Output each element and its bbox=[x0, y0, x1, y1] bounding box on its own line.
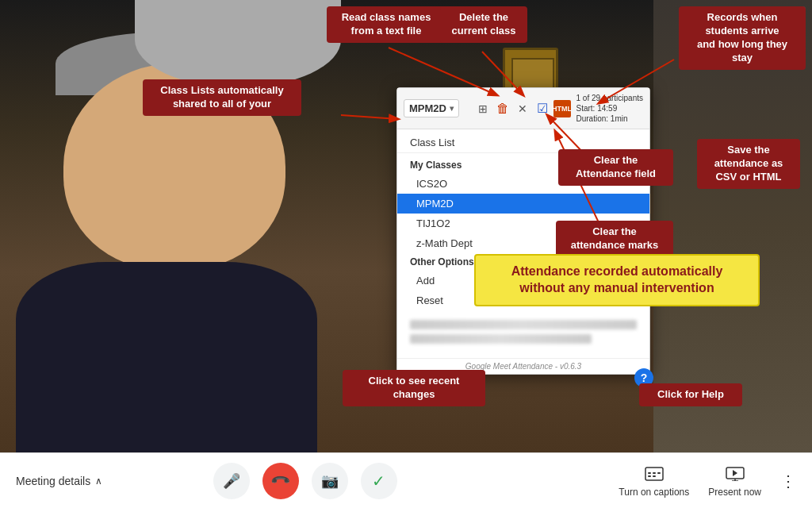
checkmark-icon: ✓ bbox=[372, 471, 385, 491]
present-label: Present now bbox=[708, 487, 761, 498]
captions-label: Turn on captions bbox=[619, 487, 689, 498]
annotation-clear-marks: Clear the attendance marks bbox=[556, 221, 673, 257]
meeting-details-label: Meeting details bbox=[16, 475, 90, 487]
svg-rect-10 bbox=[653, 472, 656, 474]
grid-icon[interactable]: ⊞ bbox=[474, 100, 492, 117]
annotation-class-lists: Class Lists automatically shared to all … bbox=[143, 79, 301, 116]
person-body bbox=[16, 262, 317, 452]
html-export-icon[interactable]: HTML bbox=[553, 100, 571, 117]
blurred-section bbox=[397, 314, 649, 355]
check-icon[interactable]: ☑ bbox=[534, 100, 551, 117]
annotation-delete-class: Delete the current class bbox=[440, 6, 527, 43]
toolbar-right-controls: Turn on captions Present now ⋮ bbox=[619, 464, 796, 498]
captions-icon bbox=[645, 464, 664, 483]
chevron-up-icon: ∧ bbox=[95, 475, 102, 487]
captions-button[interactable]: Turn on captions bbox=[619, 464, 689, 498]
camera-button[interactable]: 📷 bbox=[312, 463, 348, 499]
svg-rect-12 bbox=[648, 475, 651, 477]
person bbox=[0, 8, 396, 452]
participants-info: 1 of 29 participants Start: 14:59 Durati… bbox=[576, 93, 644, 124]
hand-raise-button[interactable]: ✓ bbox=[361, 463, 397, 499]
class-name: MPM2D bbox=[409, 102, 446, 114]
present-button[interactable]: Present now bbox=[708, 464, 761, 498]
annotation-help: Click for Help bbox=[639, 383, 742, 406]
end-call-icon: 📞 bbox=[270, 470, 292, 492]
menu-item-mpm2d[interactable]: MPM2D bbox=[397, 194, 649, 214]
blurred-row-2 bbox=[410, 334, 592, 344]
annotation-read-class: Read class names from a text file bbox=[327, 6, 446, 43]
svg-rect-9 bbox=[648, 472, 651, 474]
meeting-details[interactable]: Meeting details ∧ bbox=[16, 475, 102, 487]
toolbar-icons: ⊞ 🗑 ✕ ☑ HTML 1 of 29 participants Start:… bbox=[474, 93, 644, 124]
svg-rect-13 bbox=[653, 475, 656, 477]
blurred-row-1 bbox=[410, 320, 637, 329]
annotation-records: Records when students arrive and how lon… bbox=[679, 6, 806, 70]
annotation-clear-attendance: Clear the Attendance field bbox=[558, 149, 673, 186]
end-call-button[interactable]: 📞 bbox=[262, 463, 299, 499]
plugin-toolbar: MPM2D ▾ ⊞ 🗑 ✕ ☑ HTML 1 of 29 participant… bbox=[397, 88, 649, 129]
dropdown-arrow-icon: ▾ bbox=[450, 104, 454, 113]
video-area: ▣ ▣ MPM2D ▾ ⊞ 🗑 ✕ ☑ HTML 1 of 29 partici… bbox=[0, 0, 812, 452]
annotation-recent-changes: Click to see recent changes bbox=[343, 370, 485, 406]
bottom-toolbar: Meeting details ∧ 🎤 📞 📷 ✓ bbox=[0, 452, 812, 508]
class-dropdown[interactable]: MPM2D ▾ bbox=[404, 99, 459, 117]
svg-rect-11 bbox=[657, 472, 661, 474]
clear-field-icon[interactable]: ✕ bbox=[514, 100, 531, 117]
annotation-save-attendance: Save the attendance as CSV or HTML bbox=[697, 139, 800, 189]
mic-icon: 🎤 bbox=[223, 472, 240, 490]
svg-marker-18 bbox=[733, 470, 737, 476]
person-beard bbox=[135, 0, 341, 87]
present-icon bbox=[726, 464, 745, 483]
annotation-auto-attendance: Attendance recorded automatically withou… bbox=[474, 254, 760, 306]
more-options-button[interactable]: ⋮ bbox=[780, 471, 796, 491]
delete-icon[interactable]: 🗑 bbox=[494, 100, 511, 117]
camera-icon: 📷 bbox=[321, 472, 339, 490]
mic-button[interactable]: 🎤 bbox=[213, 463, 250, 499]
toolbar-controls: 🎤 📞 📷 ✓ bbox=[213, 463, 397, 499]
